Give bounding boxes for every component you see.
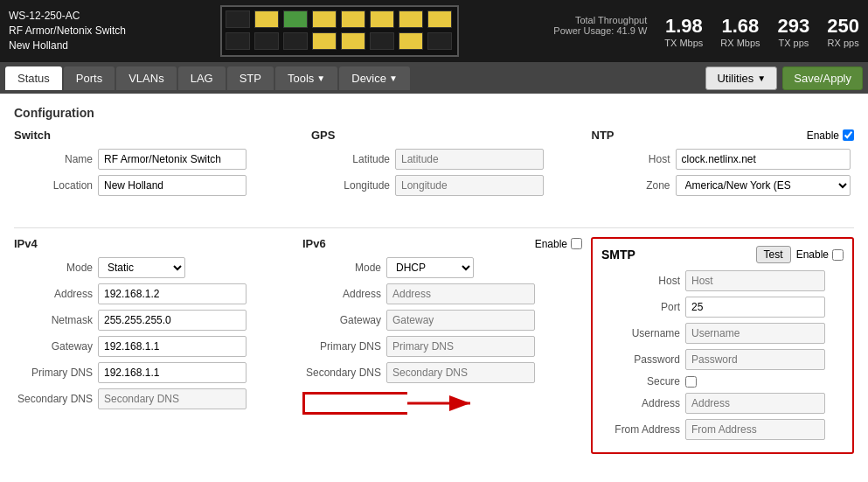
ipv6-mode-row: Mode DHCP [302,257,582,278]
smtp-host-label: Host [601,275,680,287]
port-10[interactable] [254,32,279,50]
tx-pps-group: 293 TX pps [778,15,810,48]
ipv4-section: IPv4 Mode Static Address Netmask Gateway… [14,237,294,415]
switch-location-row: Location [14,175,294,196]
tab-device[interactable]: Device ▼ [339,66,410,90]
port-13[interactable] [341,32,365,50]
ntp-zone-select[interactable]: America/New York (ES [676,175,851,196]
ipv6-address-input[interactable] [386,283,535,304]
port-8[interactable] [427,10,452,28]
utilities-button[interactable]: Utilities ▼ [705,66,777,90]
ipv4-primary-dns-input[interactable] [98,362,247,383]
ipv6-enable-checkbox[interactable] [571,238,582,249]
port-7[interactable] [399,10,423,28]
smtp-enable-label[interactable]: Enable [796,248,844,261]
throughput-group: Total Throughput Power Usage: 41.9 W [553,15,647,48]
smtp-port-input[interactable] [685,297,825,318]
ipv4-secondary-dns-input[interactable] [98,388,247,409]
header: WS-12-250-AC RF Armor/Netonix Switch New… [0,0,868,62]
ipv4-gateway-input[interactable] [98,336,247,357]
smtp-username-input[interactable] [685,323,825,344]
tx-mbps-label: TX Mbps [664,38,703,48]
ipv6-secondary-dns-input[interactable] [386,362,535,383]
top-sections: Switch Name Location GPS Latitude Longit… [14,129,854,215]
switch-title: Switch [14,129,294,142]
ipv4-netmask-row: Netmask [14,310,294,331]
smtp-from-address-input[interactable] [685,419,825,440]
rx-mbps-group: 1.68 RX Mbps [720,15,760,48]
ntp-enable-checkbox[interactable] [843,129,854,141]
gps-longitude-label: Longitude [311,179,390,192]
ipv6-gateway-input[interactable] [386,310,535,331]
port-9[interactable] [226,32,250,50]
device-name: RF Armor/Netonix Switch [9,24,126,38]
tx-pps-label: TX pps [778,38,810,48]
ipv4-title: IPv4 [14,237,294,250]
utilities-arrow-icon: ▼ [757,73,766,83]
smtp-password-row: Password [601,349,844,370]
switch-name-input[interactable] [98,149,247,170]
rx-mbps-value: 1.68 [720,15,760,38]
port-6[interactable] [370,10,394,28]
gps-longitude-input[interactable] [395,175,544,196]
nav-bar: Status Ports VLANs LAG STP Tools ▼ Devic… [0,62,868,94]
port-11[interactable] [283,32,308,50]
port-16[interactable] [427,32,452,50]
tools-arrow-icon: ▼ [316,73,325,83]
port-14[interactable] [370,32,394,50]
gps-latitude-label: Latitude [311,153,390,165]
smtp-password-input[interactable] [685,349,825,370]
port-3[interactable] [283,10,308,28]
port-4[interactable] [312,10,337,28]
ntp-zone-label: Zone [592,179,670,192]
ntp-enable-label[interactable]: Enable [807,129,854,142]
ipv4-netmask-input[interactable] [98,310,247,331]
ipv4-netmask-label: Netmask [14,314,93,326]
tab-vlans[interactable]: VLANs [116,66,176,90]
tx-mbps-group: 1.98 TX Mbps [664,15,703,48]
smtp-secure-checkbox[interactable] [685,376,697,388]
port-15[interactable] [399,32,423,50]
rx-pps-group: 250 RX pps [827,15,859,48]
ipv6-title: IPv6 [302,237,326,250]
ntp-zone-row: Zone America/New York (ES [592,175,855,196]
gps-latitude-input[interactable] [395,149,544,170]
power-usage: Power Usage: 41.9 W [553,25,647,36]
tab-stp[interactable]: STP [227,66,274,90]
smtp-title: SMTP [601,248,635,262]
ipv6-secondary-dns-label: Secondary DNS [302,367,381,379]
ipv4-address-input[interactable] [98,283,247,304]
save-apply-button[interactable]: Save/Apply [782,66,863,90]
port-12[interactable] [312,32,337,50]
tab-lag[interactable]: LAG [178,66,226,90]
ipv4-mode-select[interactable]: Static [98,257,185,278]
ipv6-enable-label[interactable]: Enable [535,238,582,250]
ipv4-gateway-label: Gateway [14,340,93,353]
ipv4-gateway-row: Gateway [14,336,294,357]
smtp-test-button[interactable]: Test [756,246,791,263]
ipv6-mode-select[interactable]: DHCP [386,257,474,278]
port-1[interactable] [226,10,250,28]
port-2[interactable] [254,10,279,28]
smtp-host-input[interactable] [685,270,825,291]
nav-tabs: Status Ports VLANs LAG STP Tools ▼ Devic… [5,66,410,90]
smtp-port-row: Port [601,297,844,318]
switch-location-input[interactable] [98,175,247,196]
smtp-enable-checkbox[interactable] [832,249,844,261]
ipv6-gateway-label: Gateway [302,314,381,326]
switch-name-row: Name [14,149,294,170]
switch-section: Switch Name Location [14,129,294,201]
ipv4-primary-dns-row: Primary DNS [14,362,294,383]
smtp-header: SMTP Test Enable [601,246,844,263]
tab-ports[interactable]: Ports [64,66,115,90]
ntp-title: NTP [592,129,615,142]
lower-sections: IPv4 Mode Static Address Netmask Gateway… [14,237,854,454]
smtp-username-row: Username [601,323,844,344]
tab-status[interactable]: Status [5,66,62,90]
ntp-host-input[interactable] [676,149,851,170]
smtp-address-input[interactable] [685,393,825,414]
ipv6-primary-dns-input[interactable] [386,336,535,357]
tab-tools[interactable]: Tools ▼ [275,66,337,90]
config-title: Configuration [14,106,854,120]
port-5[interactable] [341,10,365,28]
